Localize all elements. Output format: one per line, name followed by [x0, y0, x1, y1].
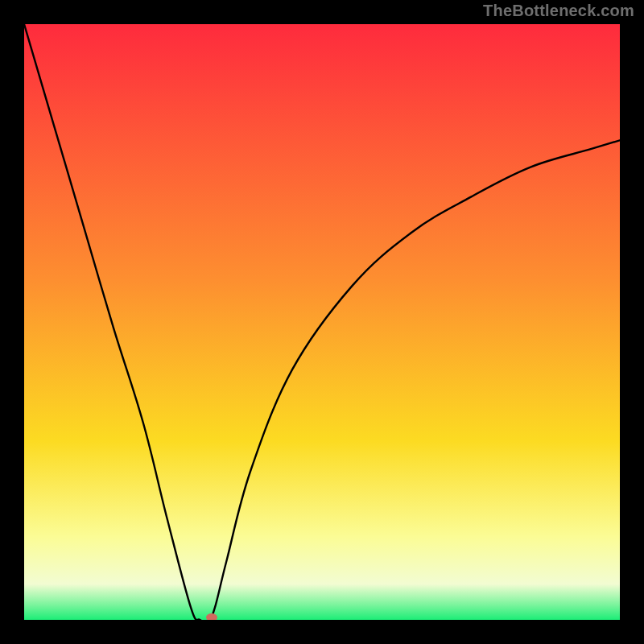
chart-frame: TheBottleneck.com [0, 0, 644, 644]
minimum-marker [206, 613, 217, 620]
plot-area [24, 24, 620, 620]
curve-svg [24, 24, 620, 620]
bottleneck-curve [24, 24, 620, 620]
watermark-text: TheBottleneck.com [483, 2, 634, 20]
